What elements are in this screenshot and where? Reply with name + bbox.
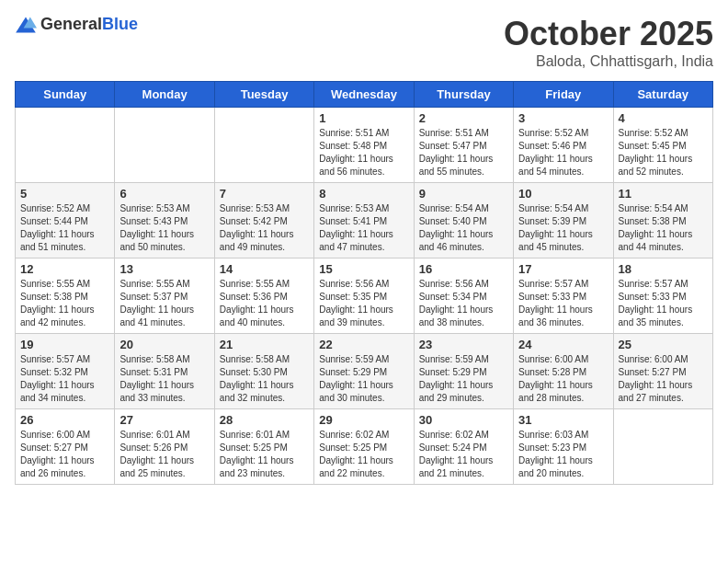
day-of-week-header: Thursday: [414, 82, 513, 108]
day-info: Sunrise: 6:02 AM Sunset: 5:25 PM Dayligh…: [319, 429, 408, 480]
day-number: 22: [319, 338, 408, 351]
calendar-cell: 21Sunrise: 5:58 AM Sunset: 5:30 PM Dayli…: [214, 334, 313, 409]
calendar-cell: 7Sunrise: 5:53 AM Sunset: 5:42 PM Daylig…: [214, 183, 313, 259]
logo-blue: Blue: [102, 15, 138, 33]
day-info: Sunrise: 5:52 AM Sunset: 5:44 PM Dayligh…: [20, 202, 109, 254]
day-info: Sunrise: 6:01 AM Sunset: 5:25 PM Dayligh…: [220, 429, 309, 480]
day-number: 8: [319, 187, 408, 201]
day-number: 20: [119, 338, 209, 351]
day-info: Sunrise: 5:53 AM Sunset: 5:41 PM Dayligh…: [319, 202, 408, 254]
calendar-cell: 24Sunrise: 6:00 AM Sunset: 5:28 PM Dayli…: [514, 334, 613, 409]
day-number: 21: [220, 338, 309, 351]
day-number: 12: [20, 262, 109, 276]
day-number: 3: [518, 111, 608, 125]
calendar-cell: 23Sunrise: 5:59 AM Sunset: 5:29 PM Dayli…: [414, 334, 513, 409]
day-number: 7: [220, 187, 309, 201]
calendar-week-row: 26Sunrise: 6:00 AM Sunset: 5:27 PM Dayli…: [16, 409, 713, 485]
calendar-cell: [115, 108, 214, 183]
day-number: 19: [20, 338, 109, 351]
day-number: 25: [619, 338, 708, 351]
calendar-cell: 2Sunrise: 5:51 AM Sunset: 5:47 PM Daylig…: [414, 108, 513, 183]
day-of-week-header: Saturday: [613, 82, 712, 108]
calendar-cell: 29Sunrise: 6:02 AM Sunset: 5:25 PM Dayli…: [314, 409, 414, 485]
title-area: October 2025 Baloda, Chhattisgarh, India: [504, 15, 713, 70]
day-info: Sunrise: 5:54 AM Sunset: 5:39 PM Dayligh…: [518, 202, 608, 254]
day-info: Sunrise: 5:58 AM Sunset: 5:31 PM Dayligh…: [119, 353, 209, 405]
day-info: Sunrise: 6:03 AM Sunset: 5:23 PM Dayligh…: [518, 429, 608, 480]
calendar-week-row: 12Sunrise: 5:55 AM Sunset: 5:38 PM Dayli…: [16, 259, 713, 334]
day-number: 27: [119, 413, 209, 427]
day-number: 6: [119, 187, 209, 201]
day-number: 24: [518, 338, 608, 351]
day-number: 9: [419, 187, 508, 201]
location-title: Baloda, Chhattisgarh, India: [504, 53, 713, 70]
day-info: Sunrise: 5:53 AM Sunset: 5:43 PM Dayligh…: [119, 202, 209, 254]
day-info: Sunrise: 5:57 AM Sunset: 5:33 PM Dayligh…: [619, 278, 708, 329]
day-info: Sunrise: 5:57 AM Sunset: 5:33 PM Dayligh…: [518, 278, 608, 329]
day-info: Sunrise: 6:01 AM Sunset: 5:26 PM Dayligh…: [119, 429, 209, 480]
day-info: Sunrise: 5:55 AM Sunset: 5:38 PM Dayligh…: [20, 278, 109, 329]
calendar-cell: 31Sunrise: 6:03 AM Sunset: 5:23 PM Dayli…: [514, 409, 613, 485]
calendar-cell: [214, 108, 313, 183]
day-info: Sunrise: 5:59 AM Sunset: 5:29 PM Dayligh…: [419, 353, 508, 405]
day-number: 4: [619, 111, 708, 125]
calendar-cell: 16Sunrise: 5:56 AM Sunset: 5:34 PM Dayli…: [414, 259, 513, 334]
day-info: Sunrise: 6:00 AM Sunset: 5:28 PM Dayligh…: [518, 353, 608, 405]
day-info: Sunrise: 6:00 AM Sunset: 5:27 PM Dayligh…: [20, 429, 109, 480]
calendar-cell: 17Sunrise: 5:57 AM Sunset: 5:33 PM Dayli…: [514, 259, 613, 334]
day-number: 18: [619, 262, 708, 276]
day-info: Sunrise: 5:54 AM Sunset: 5:40 PM Dayligh…: [419, 202, 508, 254]
day-info: Sunrise: 5:55 AM Sunset: 5:37 PM Dayligh…: [119, 278, 209, 329]
calendar-week-row: 19Sunrise: 5:57 AM Sunset: 5:32 PM Dayli…: [16, 334, 713, 409]
day-number: 14: [220, 262, 309, 276]
day-info: Sunrise: 5:52 AM Sunset: 5:46 PM Dayligh…: [518, 127, 608, 178]
logo: GeneralBlue: [15, 15, 138, 34]
calendar-cell: 20Sunrise: 5:58 AM Sunset: 5:31 PM Dayli…: [115, 334, 214, 409]
day-number: 29: [319, 413, 408, 427]
calendar-cell: 26Sunrise: 6:00 AM Sunset: 5:27 PM Dayli…: [16, 409, 115, 485]
calendar-cell: 8Sunrise: 5:53 AM Sunset: 5:41 PM Daylig…: [314, 183, 414, 259]
day-of-week-header: Tuesday: [214, 82, 313, 108]
calendar-cell: 1Sunrise: 5:51 AM Sunset: 5:48 PM Daylig…: [314, 108, 414, 183]
day-number: 13: [119, 262, 209, 276]
day-info: Sunrise: 5:51 AM Sunset: 5:47 PM Dayligh…: [419, 127, 508, 178]
day-of-week-header: Monday: [115, 82, 214, 108]
calendar-cell: 30Sunrise: 6:02 AM Sunset: 5:24 PM Dayli…: [414, 409, 513, 485]
day-info: Sunrise: 5:56 AM Sunset: 5:34 PM Dayligh…: [419, 278, 508, 329]
calendar-header-row: SundayMondayTuesdayWednesdayThursdayFrid…: [16, 82, 713, 108]
day-info: Sunrise: 5:56 AM Sunset: 5:35 PM Dayligh…: [319, 278, 408, 329]
calendar-cell: 15Sunrise: 5:56 AM Sunset: 5:35 PM Dayli…: [314, 259, 414, 334]
day-info: Sunrise: 5:54 AM Sunset: 5:38 PM Dayligh…: [619, 202, 708, 254]
day-number: 31: [518, 413, 608, 427]
day-number: 10: [518, 187, 608, 201]
calendar-cell: 12Sunrise: 5:55 AM Sunset: 5:38 PM Dayli…: [16, 259, 115, 334]
day-number: 23: [419, 338, 508, 351]
day-number: 26: [20, 413, 109, 427]
day-info: Sunrise: 5:51 AM Sunset: 5:48 PM Dayligh…: [319, 127, 408, 178]
day-of-week-header: Wednesday: [314, 82, 414, 108]
day-info: Sunrise: 5:57 AM Sunset: 5:32 PM Dayligh…: [20, 353, 109, 405]
day-info: Sunrise: 5:53 AM Sunset: 5:42 PM Dayligh…: [220, 202, 309, 254]
calendar-cell: 28Sunrise: 6:01 AM Sunset: 5:25 PM Dayli…: [214, 409, 313, 485]
day-number: 16: [419, 262, 508, 276]
day-number: 5: [20, 187, 109, 201]
calendar-week-row: 1Sunrise: 5:51 AM Sunset: 5:48 PM Daylig…: [16, 108, 713, 183]
logo-icon: [15, 16, 37, 34]
calendar-week-row: 5Sunrise: 5:52 AM Sunset: 5:44 PM Daylig…: [16, 183, 713, 259]
calendar-cell: 6Sunrise: 5:53 AM Sunset: 5:43 PM Daylig…: [115, 183, 214, 259]
day-number: 30: [419, 413, 508, 427]
calendar-cell: 18Sunrise: 5:57 AM Sunset: 5:33 PM Dayli…: [613, 259, 712, 334]
day-info: Sunrise: 6:00 AM Sunset: 5:27 PM Dayligh…: [619, 353, 708, 405]
day-of-week-header: Friday: [514, 82, 613, 108]
calendar-cell: 22Sunrise: 5:59 AM Sunset: 5:29 PM Dayli…: [314, 334, 414, 409]
day-number: 28: [220, 413, 309, 427]
day-info: Sunrise: 5:52 AM Sunset: 5:45 PM Dayligh…: [619, 127, 708, 178]
day-number: 17: [518, 262, 608, 276]
day-number: 2: [419, 111, 508, 125]
calendar-cell: 19Sunrise: 5:57 AM Sunset: 5:32 PM Dayli…: [16, 334, 115, 409]
calendar-cell: [613, 409, 712, 485]
calendar-cell: 14Sunrise: 5:55 AM Sunset: 5:36 PM Dayli…: [214, 259, 313, 334]
calendar-cell: 4Sunrise: 5:52 AM Sunset: 5:45 PM Daylig…: [613, 108, 712, 183]
calendar-cell: 10Sunrise: 5:54 AM Sunset: 5:39 PM Dayli…: [514, 183, 613, 259]
day-info: Sunrise: 5:58 AM Sunset: 5:30 PM Dayligh…: [220, 353, 309, 405]
